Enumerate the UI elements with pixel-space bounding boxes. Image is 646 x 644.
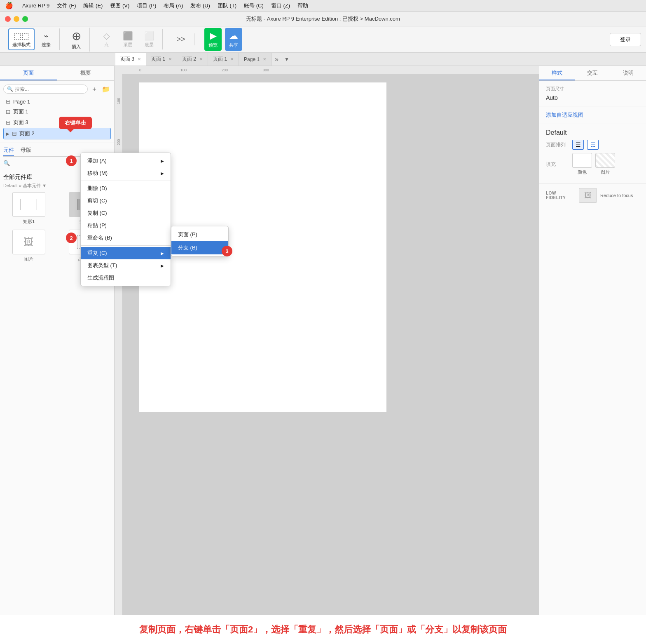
- folder-button[interactable]: 📁: [101, 84, 111, 94]
- more-tools-button[interactable]: >>: [171, 33, 191, 45]
- right-panel: 样式 交互 说明 页面尺寸 Auto 添加自适应视图 Default 页面排列 …: [539, 66, 646, 644]
- tab-page1[interactable]: 页面 1 ✕: [146, 53, 177, 66]
- menu-team[interactable]: 团队 (T): [218, 2, 236, 9]
- select-mode-icon: ⬚⬚: [14, 31, 29, 41]
- cm-chart-type[interactable]: 图表类型 (T) ▶: [81, 259, 171, 272]
- tab-page3-close[interactable]: ✕: [138, 57, 141, 61]
- cm-divider2: [81, 245, 171, 246]
- menu-edit[interactable]: 编辑 (E): [83, 2, 103, 9]
- search-input[interactable]: [15, 86, 84, 92]
- widget-rect1[interactable]: 矩形1: [3, 192, 55, 225]
- align-left-button[interactable]: ☴: [587, 140, 599, 150]
- rp-tab-style[interactable]: 样式: [539, 66, 575, 80]
- cm-copy[interactable]: 复制 (C): [81, 207, 171, 219]
- fill-image-box: [595, 153, 615, 168]
- menu-publish[interactable]: 发布 (U): [190, 2, 210, 9]
- cm-cut[interactable]: 剪切 (C): [81, 195, 171, 207]
- bottom-layer-button[interactable]: ⬜ 底层: [139, 29, 159, 49]
- tabs-more-arrow[interactable]: »: [272, 53, 282, 66]
- pages-tab[interactable]: 页面: [0, 66, 57, 80]
- menu-project[interactable]: 项目 (P): [137, 2, 156, 9]
- add-page-button[interactable]: ＋: [89, 84, 99, 94]
- search-box[interactable]: 🔍: [3, 85, 88, 94]
- insert-icon: ⊕: [72, 29, 81, 43]
- close-button[interactable]: [5, 16, 11, 22]
- canvas-area[interactable]: 0 100 200 300 100 200 300 400 500: [115, 66, 539, 644]
- pages-section: 🔍 ＋ 📁 ⊟ Page 1 ⊟ 页面 1 ⊟ 页面 3 ▶ ⊟: [0, 81, 114, 143]
- tab-page-en[interactable]: Page 1 ✕: [239, 53, 272, 66]
- widget-image-preview: 🖼: [12, 230, 45, 254]
- widget-tab-components[interactable]: 元件: [3, 146, 14, 156]
- tooltip-bubble: 右键单击: [59, 117, 92, 129]
- tab-page3[interactable]: 页面 3 ✕: [115, 53, 146, 66]
- select-mode-label: 选择模式: [12, 42, 30, 48]
- page-item-page3[interactable]: ⊟ 页面 3: [3, 117, 111, 128]
- tab-page1-close[interactable]: ✕: [169, 57, 172, 61]
- page-size-value: Auto: [546, 94, 639, 101]
- tab-page2[interactable]: 页面 2 ✕: [177, 53, 208, 66]
- cm-paste[interactable]: 粘贴 (P): [81, 219, 171, 232]
- submenu-page[interactable]: 页面 (P): [171, 228, 228, 241]
- select-mode-button[interactable]: ⬚⬚ 选择模式: [8, 28, 35, 50]
- connect-button[interactable]: ⌁ 连接: [36, 29, 56, 49]
- minimize-button[interactable]: [14, 16, 19, 22]
- cm-duplicate[interactable]: 重复 (C) ▶: [81, 247, 171, 259]
- cm-chart-type-arrow: ▶: [161, 263, 164, 268]
- fullscreen-button[interactable]: [22, 16, 28, 22]
- page-item-page1[interactable]: ⊟ Page 1: [3, 96, 111, 106]
- tab-page-en-close[interactable]: ✕: [263, 57, 266, 61]
- badge-1: 1: [66, 155, 77, 166]
- rp-tab-interact[interactable]: 交互: [575, 66, 610, 80]
- fill-image-option[interactable]: 图片: [595, 153, 615, 175]
- tab-page1b-close[interactable]: ✕: [230, 57, 234, 61]
- menu-window[interactable]: 窗口 (Z): [271, 2, 290, 9]
- cm-rename[interactable]: 重命名 (B): [81, 232, 171, 244]
- widget-image[interactable]: 🖼 图片: [3, 230, 55, 262]
- widget-search-icon[interactable]: 🔍: [3, 160, 13, 170]
- cm-delete[interactable]: 删除 (D): [81, 182, 171, 195]
- toolbar: ⬚⬚ 选择模式 ⌁ 连接 ⊕ 插入 ◇ 点 ⬛ 顶层 ⬜ 底层 >> ▶: [0, 26, 646, 53]
- cm-add[interactable]: 添加 (A) ▶: [81, 155, 171, 167]
- right-panel-tabs: 样式 交互 说明: [539, 66, 646, 81]
- tab-page2-close[interactable]: ✕: [199, 57, 203, 61]
- connect-label: 连接: [42, 42, 51, 48]
- menu-help[interactable]: 帮助: [297, 2, 308, 9]
- point-button[interactable]: ◇ 点: [96, 29, 116, 49]
- page-icon: ⊟: [6, 98, 11, 105]
- menu-layout[interactable]: 布局 (A): [164, 2, 183, 9]
- align-center-button[interactable]: ☰: [572, 140, 584, 150]
- insert-button[interactable]: ⊕ 插入: [66, 28, 86, 52]
- low-fidelity-row: LOW FIDELITY 🖼 Reduce to focus: [539, 184, 646, 207]
- ruler-horizontal: 0 100 200 300: [115, 66, 539, 74]
- default-section: Default 页面排列 ☰ ☴ 填充 颜色 图片: [539, 124, 646, 184]
- cm-move[interactable]: 移动 (M) ▶: [81, 167, 171, 179]
- tabs-dropdown-button[interactable]: ▼: [282, 53, 292, 66]
- add-adaptive-view-link[interactable]: 添加自适应视图: [546, 112, 583, 118]
- low-fidelity-label: LOW FIDELITY: [546, 191, 576, 200]
- rp-tab-notes[interactable]: 说明: [611, 66, 646, 80]
- point-icon: ◇: [103, 31, 110, 41]
- cm-generate-flow[interactable]: 生成流程图: [81, 272, 171, 284]
- canvas-content[interactable]: [123, 74, 539, 644]
- adaptive-view-section: 添加自适应视图: [539, 106, 646, 124]
- widget-rect1-preview: [12, 192, 45, 217]
- widget-tab-masters[interactable]: 母版: [21, 146, 31, 156]
- apple-icon[interactable]: 🍎: [5, 2, 13, 9]
- menu-view[interactable]: 视图 (V): [110, 2, 129, 9]
- outline-tab[interactable]: 概要: [57, 66, 115, 80]
- submenu-branch[interactable]: 分支 (B): [171, 241, 228, 254]
- search-row: 🔍 ＋ 📁: [3, 84, 111, 94]
- page-item-page2[interactable]: ▶ ⊟ 页面 2: [3, 128, 111, 139]
- share-button[interactable]: ☁ 共享: [225, 28, 242, 51]
- login-button[interactable]: 登录: [610, 33, 641, 46]
- tab-page1b[interactable]: 页面 1 ✕: [208, 53, 239, 66]
- menu-account[interactable]: 账号 (C): [244, 2, 264, 9]
- page-item-page-cn1[interactable]: ⊟ 页面 1: [3, 106, 111, 117]
- fill-color-option[interactable]: 颜色: [572, 153, 592, 175]
- menu-file[interactable]: 文件 (F): [57, 2, 76, 9]
- preview-button[interactable]: ▶ 预览: [204, 28, 222, 51]
- top-layer-button[interactable]: ⬛ 顶层: [118, 29, 138, 49]
- cm-delete-label: 删除 (D): [87, 185, 107, 192]
- cm-generate-flow-label: 生成流程图: [87, 274, 114, 282]
- low-fidelity-preview[interactable]: 🖼: [579, 188, 597, 203]
